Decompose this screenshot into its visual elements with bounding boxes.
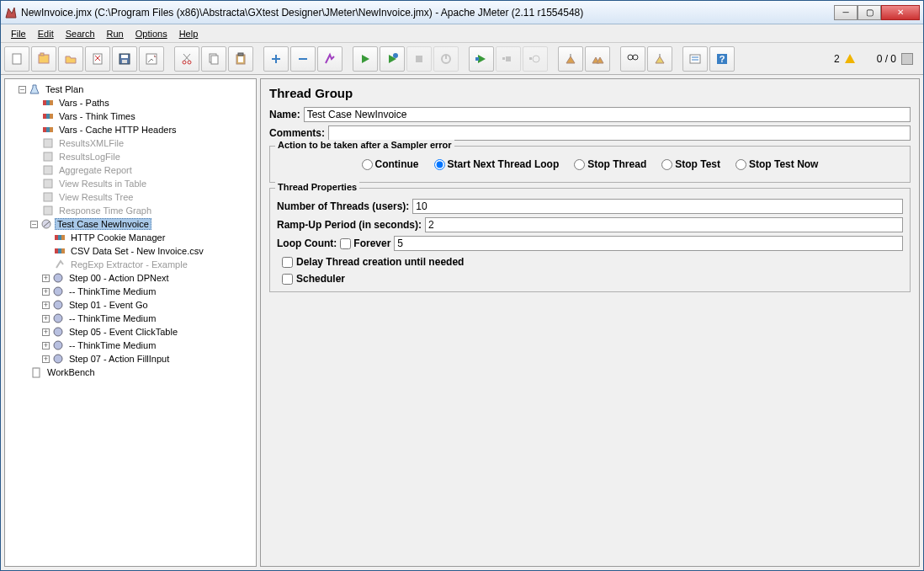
save-as-button[interactable] (139, 46, 164, 72)
expand-icon[interactable]: + (42, 355, 50, 363)
extractor-icon (54, 259, 66, 270)
svg-rect-70 (33, 368, 40, 377)
menu-options[interactable]: Options (130, 27, 173, 40)
start-no-pauses-button[interactable] (380, 46, 405, 72)
tree-node-step07[interactable]: +Step 07 - Action FillInput (42, 352, 254, 366)
close-button[interactable]: ✕ (881, 5, 920, 20)
error-radio-row: Continue Start Next Thread Loop Stop Thr… (277, 153, 903, 175)
remote-shutdown-button (523, 46, 548, 72)
expand-icon[interactable]: + (42, 315, 50, 323)
loop-input[interactable] (394, 236, 903, 251)
app-icon (4, 6, 18, 19)
expand-icon[interactable]: + (42, 275, 50, 282)
tree-node-regexp[interactable]: RegExp Extractor - Example (42, 258, 254, 271)
reset-search-button[interactable] (647, 46, 672, 72)
thread-properties-fieldset: Thread Properties Number of Threads (use… (269, 188, 911, 292)
rampup-input[interactable] (425, 217, 903, 232)
run-ratio: 0 / 0 (877, 53, 896, 65)
minimize-button[interactable]: ─ (834, 5, 858, 20)
expand-icon[interactable]: + (42, 288, 50, 296)
tree-node-viewtree[interactable]: View Results Tree (30, 190, 254, 204)
tree-node-vars-think[interactable]: Vars - Think Times (30, 109, 254, 123)
tree-pane[interactable]: – Test Plan Vars - Paths Vars - Think Ti… (4, 78, 257, 567)
toggle-button[interactable] (317, 46, 343, 72)
paste-button[interactable] (228, 46, 253, 72)
tree-node-csv[interactable]: CSV Data Set - New Invoice.csv (42, 244, 254, 258)
svg-point-22 (393, 53, 398, 58)
svg-rect-17 (238, 53, 243, 56)
tree-node-vars-paths[interactable]: Vars - Paths (30, 96, 254, 109)
tree-node-test-plan[interactable]: – Test Plan (19, 83, 254, 96)
tree-node-aggregate[interactable]: Aggregate Report (30, 163, 254, 177)
expand-icon[interactable]: + (42, 342, 50, 350)
svg-rect-53 (44, 179, 52, 188)
save-button[interactable] (112, 46, 137, 72)
cut-button[interactable] (174, 46, 199, 72)
content-area: – Test Plan Vars - Paths Vars - Think Ti… (1, 75, 923, 570)
radio-stop-thread[interactable]: Stop Thread (574, 158, 646, 170)
radio-stop-test[interactable]: Stop Test (661, 158, 720, 170)
tree-node-resultslog[interactable]: ResultsLogFile (30, 150, 254, 163)
remote-start-button[interactable] (469, 46, 494, 72)
new-button[interactable] (4, 46, 29, 72)
tree-node-think1[interactable]: + -- ThinkTime Medium (42, 285, 254, 298)
tree-node-viewtable[interactable]: View Results in Table (30, 177, 254, 190)
flask-icon (29, 83, 40, 95)
menu-search[interactable]: Search (61, 27, 100, 40)
delay-row[interactable]: Delay Thread creation until needed (282, 256, 903, 268)
svg-rect-7 (121, 55, 128, 58)
svg-rect-43 (50, 100, 53, 105)
scheduler-checkbox[interactable] (282, 274, 293, 285)
search-button[interactable] (620, 46, 645, 72)
svg-rect-58 (58, 235, 61, 240)
tree-node-think3[interactable]: + -- ThinkTime Medium (42, 339, 254, 352)
threads-input[interactable] (412, 199, 903, 214)
radio-stop-test-now[interactable]: Stop Test Now (735, 158, 818, 170)
expand-icon[interactable]: + (42, 302, 50, 309)
tree-node-thread-group[interactable]: –Test Case NewInvoice (30, 217, 254, 231)
tree-node-responsegraph[interactable]: Response Time Graph (30, 204, 254, 217)
comments-input[interactable] (328, 125, 911, 141)
svg-rect-44 (43, 114, 46, 119)
clear-all-button[interactable] (585, 46, 610, 72)
open-button[interactable] (58, 46, 83, 72)
templates-button[interactable] (31, 46, 56, 72)
scheduler-row[interactable]: Scheduler (282, 273, 903, 285)
svg-rect-57 (55, 235, 58, 240)
svg-rect-54 (44, 193, 52, 201)
help-button[interactable]: ? (709, 46, 735, 72)
tree-node-cookie[interactable]: HTTP Cookie Manager (42, 231, 254, 244)
vars-icon (42, 97, 54, 109)
expand-button[interactable] (263, 46, 289, 72)
close-test-button[interactable] (85, 46, 110, 72)
radio-start-next[interactable]: Start Next Thread Loop (434, 158, 560, 170)
collapse-icon[interactable]: – (30, 221, 38, 228)
delay-checkbox[interactable] (282, 257, 293, 268)
svg-line-13 (183, 54, 189, 61)
menu-file[interactable]: File (6, 27, 31, 40)
tree-node-workbench[interactable]: WorkBench (19, 366, 254, 379)
svg-rect-42 (46, 100, 50, 105)
copy-button[interactable] (201, 46, 226, 72)
radio-continue[interactable]: Continue (362, 158, 419, 170)
tree-node-step00[interactable]: +Step 00 - Action DPNext (42, 271, 254, 285)
collapse-button[interactable] (290, 46, 316, 72)
svg-point-66 (54, 314, 62, 323)
function-helper-button[interactable] (682, 46, 708, 72)
expand-icon[interactable]: + (42, 328, 50, 336)
svg-line-12 (184, 54, 190, 61)
menu-help[interactable]: Help (174, 27, 204, 40)
forever-checkbox[interactable]: Forever (340, 237, 390, 249)
menu-run[interactable]: Run (102, 27, 129, 40)
collapse-icon[interactable]: – (19, 86, 26, 93)
menu-edit[interactable]: Edit (33, 27, 59, 40)
tree-node-step01[interactable]: +Step 01 - Event Go (42, 298, 254, 312)
name-input[interactable] (304, 107, 911, 122)
maximize-button[interactable]: ▢ (858, 5, 881, 20)
tree-node-vars-cache[interactable]: Vars - Cache HTTP Headers (30, 123, 254, 136)
tree-node-resultsxml[interactable]: ResultsXMLFile (30, 136, 254, 150)
tree-node-think2[interactable]: + -- ThinkTime Medium (42, 312, 254, 325)
start-button[interactable] (353, 46, 378, 72)
clear-button[interactable] (558, 46, 583, 72)
tree-node-step05[interactable]: +Step 05 - Event ClickTable (42, 325, 254, 339)
